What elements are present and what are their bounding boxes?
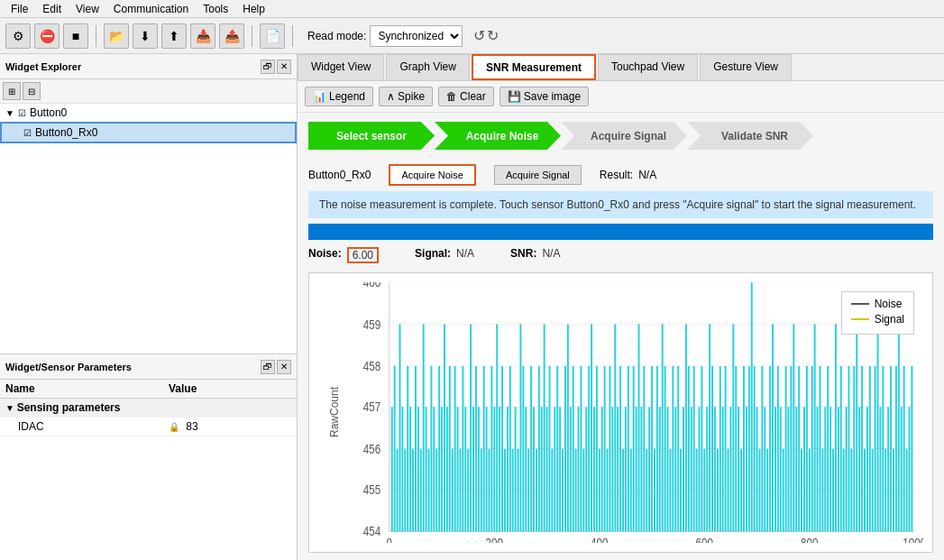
svg-rect-51	[464, 407, 466, 531]
toolbar-sep2	[252, 25, 252, 47]
menu-tools[interactable]: Tools	[196, 1, 235, 17]
svg-rect-109	[617, 407, 619, 531]
save-image-button[interactable]: 💾 Save image	[499, 87, 589, 106]
expand-icon: ▼	[5, 108, 14, 118]
tab-touchpad-view[interactable]: Touchpad View	[598, 54, 698, 80]
legend-button[interactable]: 📊 Legend	[305, 87, 373, 106]
spike-button[interactable]: ∧ Spike	[379, 87, 433, 106]
svg-rect-151	[728, 449, 729, 532]
svg-rect-38	[430, 366, 432, 531]
tab-widget-view[interactable]: Widget View	[298, 54, 384, 80]
svg-rect-37	[428, 449, 430, 532]
svg-rect-127	[664, 366, 666, 531]
svg-rect-185	[817, 407, 819, 531]
svg-rect-101	[596, 366, 598, 531]
checkbox-icon[interactable]: ☑	[18, 108, 26, 118]
svg-rect-164	[761, 366, 763, 531]
svg-rect-178	[798, 366, 800, 531]
upload-button[interactable]: ⬆	[161, 23, 187, 49]
tab-graph-view[interactable]: Graph View	[386, 54, 469, 80]
svg-rect-27	[401, 407, 403, 531]
menu-help[interactable]: Help	[235, 1, 272, 17]
menu-view[interactable]: View	[69, 1, 106, 17]
settings-button[interactable]: ⚙	[5, 23, 31, 49]
group-sensing-params: ▼ Sensing parameters	[0, 399, 297, 418]
read-mode-select[interactable]: Synchronized Free Running	[370, 25, 463, 47]
download-button[interactable]: ⬇	[133, 23, 158, 49]
stop-button[interactable]: ⛔	[34, 23, 60, 49]
undo-button[interactable]: ↺	[473, 27, 485, 44]
step-select-sensor[interactable]: Select sensor	[308, 122, 435, 150]
svg-rect-79	[538, 366, 540, 531]
clear-button[interactable]: 🗑 Clear	[438, 87, 494, 106]
svg-text:800: 800	[801, 536, 818, 543]
acquire-signal-button[interactable]: Acquire Signal	[494, 165, 582, 185]
acquire-noise-button[interactable]: Acquire Noise	[389, 164, 475, 186]
svg-rect-131	[674, 407, 676, 531]
svg-rect-136	[688, 366, 690, 531]
svg-rect-154	[735, 366, 737, 531]
open-button[interactable]: 📂	[104, 23, 129, 49]
svg-rect-87	[559, 407, 561, 531]
signal-value: N/A	[456, 247, 474, 263]
menu-communication[interactable]: Communication	[106, 1, 196, 17]
sp-close-button[interactable]: ✕	[277, 360, 291, 374]
tab-gesture-view[interactable]: Gesture View	[700, 54, 792, 80]
redo-button[interactable]: ↻	[487, 27, 499, 44]
square-button[interactable]: ■	[63, 23, 88, 49]
svg-text:454: 454	[363, 524, 381, 539]
svg-rect-107	[611, 407, 613, 531]
acquire-noise-cell: Acquire Noise	[389, 164, 475, 186]
child-checkbox-icon[interactable]: ☑	[23, 128, 32, 138]
svg-rect-64	[499, 407, 500, 531]
status-row: Button0_Rx0 Acquire Noise Acquire Signal…	[298, 159, 944, 191]
tree-root-button0[interactable]: ▼ ☑ Button0	[0, 104, 297, 122]
toolbar-sep1	[96, 25, 96, 47]
svg-rect-161	[754, 366, 756, 531]
svg-rect-96	[582, 449, 584, 532]
we-expand-btn[interactable]: ⊞	[3, 82, 21, 100]
svg-rect-28	[404, 449, 406, 532]
svg-rect-143	[706, 407, 708, 531]
svg-rect-47	[454, 366, 456, 531]
step-acquire-noise[interactable]: Acquire Noise	[435, 122, 561, 150]
tree-root-label: Button0	[30, 106, 67, 119]
svg-rect-73	[522, 366, 524, 531]
svg-rect-215	[895, 366, 897, 531]
svg-rect-211	[884, 449, 886, 532]
svg-rect-125	[659, 407, 661, 531]
script-button[interactable]: 📄	[260, 23, 285, 49]
svg-rect-60	[489, 449, 490, 532]
svg-rect-93	[575, 449, 577, 532]
step-validate-snr[interactable]: Validate SNR	[687, 122, 813, 150]
svg-rect-165	[764, 407, 765, 531]
svg-rect-35	[423, 324, 425, 531]
tab-snr-measurement[interactable]: SNR Measurement	[472, 54, 596, 80]
group-label: Sensing parameters	[17, 401, 121, 414]
svg-rect-194	[840, 366, 842, 531]
we-collapse-btn[interactable]: ⊟	[23, 82, 41, 100]
import-button[interactable]: 📥	[190, 23, 215, 49]
export-button[interactable]: 📤	[219, 23, 244, 49]
svg-rect-89	[564, 366, 566, 531]
tree-child-button0rx0[interactable]: ☑ Button0_Rx0	[0, 122, 297, 143]
menu-edit[interactable]: Edit	[35, 1, 69, 17]
info-bar: The noise measurement is complete. Touch…	[308, 191, 933, 218]
restore-button[interactable]: 🗗	[261, 60, 275, 74]
svg-rect-118	[640, 407, 642, 531]
svg-rect-216	[898, 324, 900, 531]
right-panel: Widget View Graph View SNR Measurement T…	[298, 54, 944, 560]
svg-rect-99	[591, 324, 592, 531]
svg-rect-116	[636, 407, 637, 531]
svg-rect-158	[746, 407, 747, 531]
sp-restore-button[interactable]: 🗗	[261, 360, 275, 374]
param-idac-value: 🔒 83	[163, 418, 297, 436]
close-we-button[interactable]: ✕	[277, 60, 291, 74]
step-acquire-signal[interactable]: Acquire Signal	[561, 122, 687, 150]
svg-rect-208	[877, 324, 879, 531]
svg-rect-198	[850, 449, 852, 532]
svg-text:0: 0	[387, 536, 392, 543]
svg-rect-202	[861, 366, 863, 531]
svg-rect-157	[743, 366, 745, 531]
menu-file[interactable]: File	[4, 1, 35, 17]
